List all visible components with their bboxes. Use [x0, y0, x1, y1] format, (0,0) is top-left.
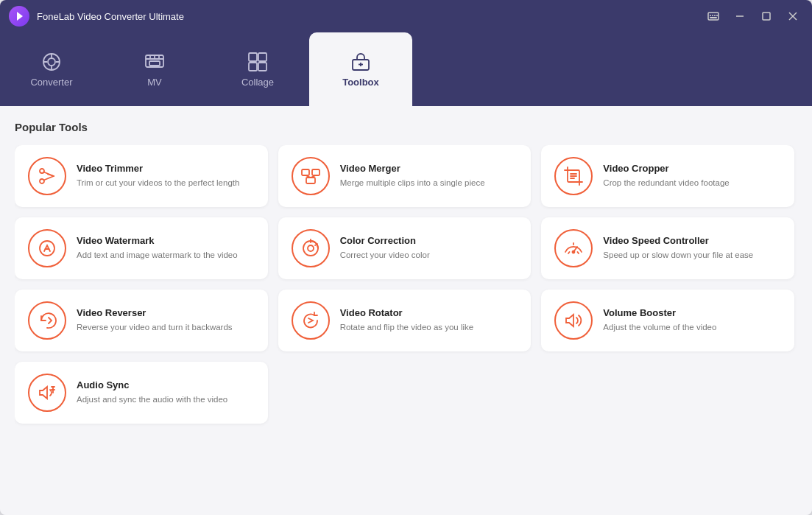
tools-grid: Video Trimmer Trim or cut your videos to… — [15, 145, 794, 424]
tool-info-video-watermark: Video Watermark Add text and image water… — [77, 235, 255, 262]
tab-mv-label: MV — [147, 77, 162, 88]
app-window: FoneLab Video Converter Ultimate — [0, 0, 812, 515]
tool-info-video-reverser: Video Reverser Reverse your video and tu… — [77, 307, 255, 334]
svg-point-51 — [308, 245, 314, 251]
svg-point-12 — [48, 58, 55, 66]
tab-collage-label: Collage — [241, 77, 274, 88]
tool-name-video-watermark: Video Watermark — [77, 235, 255, 246]
tool-info-video-speed-controller: Video Speed Controller Speed up or slow … — [603, 235, 781, 262]
tool-info-video-merger: Video Merger Merge multiple clips into a… — [340, 163, 518, 189]
svg-rect-37 — [306, 178, 315, 183]
tool-info-color-correction: Color Correction Correct your video colo… — [340, 235, 518, 262]
tool-card-video-merger[interactable]: Video Merger Merge multiple clips into a… — [278, 145, 532, 207]
svg-marker-59 — [566, 315, 573, 326]
svg-point-55 — [573, 251, 575, 253]
svg-rect-25 — [249, 63, 257, 71]
tool-desc-audio-sync: Adjust and sync the audio with the video — [77, 393, 255, 406]
video-trimmer-icon — [28, 157, 66, 195]
tool-info-video-trimmer: Video Trimmer Trim or cut your videos to… — [77, 163, 255, 189]
video-rotator-icon — [292, 301, 330, 340]
tool-desc-video-speed-controller: Speed up or slow down your file at ease — [603, 249, 781, 262]
svg-line-56 — [568, 252, 570, 253]
tool-name-video-trimmer: Video Trimmer — [77, 163, 255, 174]
tool-desc-video-merger: Merge multiple clips into a single piece — [340, 177, 518, 189]
tool-desc-video-cropper: Crop the redundant video footage — [603, 177, 781, 189]
tool-card-video-trimmer[interactable]: Video Trimmer Trim or cut your videos to… — [15, 145, 268, 207]
tool-desc-color-correction: Correct your video color — [340, 249, 518, 262]
nav-bar: Converter MV Collage — [0, 32, 812, 106]
tab-toolbox-label: Toolbox — [342, 77, 379, 88]
svg-rect-1 — [708, 13, 719, 20]
svg-rect-35 — [302, 169, 309, 175]
minimize-button[interactable] — [730, 6, 750, 27]
tool-name-video-rotator: Video Rotator — [340, 307, 518, 318]
tool-desc-video-rotator: Rotate and flip the video as you like — [340, 321, 518, 334]
tool-card-video-speed-controller[interactable]: Video Speed Controller Speed up or slow … — [541, 217, 794, 279]
tool-card-color-correction[interactable]: Color Correction Correct your video colo… — [278, 217, 532, 279]
tool-info-volume-booster: Volume Booster Adjust the volume of the … — [603, 307, 781, 334]
tool-desc-volume-booster: Adjust the volume of the video — [603, 321, 781, 334]
tool-info-video-rotator: Video Rotator Rotate and flip the video … — [340, 307, 518, 334]
tab-mv[interactable]: MV — [103, 32, 206, 106]
content-area: Popular Tools Video Trimmer Trim or cut … — [0, 106, 812, 515]
svg-rect-8 — [763, 13, 770, 20]
video-speed-controller-icon — [554, 229, 593, 267]
svg-marker-0 — [17, 12, 23, 21]
tool-name-volume-booster: Volume Booster — [603, 307, 781, 318]
keyboard-icon-btn[interactable] — [703, 6, 724, 27]
color-correction-icon — [292, 229, 330, 267]
tool-name-audio-sync: Audio Sync — [77, 379, 255, 390]
tool-name-video-reverser: Video Reverser — [77, 307, 255, 318]
svg-point-48 — [40, 241, 54, 256]
tool-card-video-cropper[interactable]: Video Cropper Crop the redundant video f… — [541, 145, 794, 207]
volume-booster-icon — [554, 301, 593, 340]
svg-line-33 — [44, 176, 54, 181]
tool-name-video-merger: Video Merger — [340, 163, 518, 174]
audio-sync-icon — [28, 374, 66, 412]
tool-card-video-rotator[interactable]: Video Rotator Rotate and flip the video … — [278, 290, 532, 351]
tab-converter[interactable]: Converter — [0, 32, 103, 106]
tool-card-video-watermark[interactable]: Video Watermark Add text and image water… — [15, 217, 268, 279]
svg-line-57 — [578, 252, 579, 253]
tab-toolbox[interactable]: Toolbox — [309, 32, 412, 106]
svg-line-34 — [48, 175, 54, 177]
tab-collage[interactable]: Collage — [206, 32, 309, 106]
svg-rect-26 — [258, 63, 266, 71]
svg-rect-23 — [249, 53, 257, 61]
tab-converter-label: Converter — [30, 77, 72, 88]
svg-rect-24 — [258, 53, 266, 61]
svg-marker-60 — [40, 387, 47, 399]
title-bar: FoneLab Video Converter Ultimate — [0, 0, 812, 32]
tool-desc-video-trimmer: Trim or cut your videos to the perfect l… — [77, 177, 255, 189]
maximize-button[interactable] — [756, 6, 777, 27]
tool-card-volume-booster[interactable]: Volume Booster Adjust the volume of the … — [541, 290, 794, 351]
app-logo — [9, 6, 29, 27]
tool-info-audio-sync: Audio Sync Adjust and sync the audio wit… — [77, 379, 255, 406]
video-watermark-icon — [28, 229, 66, 267]
close-button[interactable] — [783, 6, 803, 27]
tool-desc-video-reverser: Reverse your video and turn it backwards — [77, 321, 255, 334]
tool-name-video-cropper: Video Cropper — [603, 163, 781, 174]
svg-rect-36 — [312, 169, 319, 175]
tool-card-audio-sync[interactable]: Audio Sync Adjust and sync the audio wit… — [15, 362, 268, 424]
tools-scroll[interactable]: Video Trimmer Trim or cut your videos to… — [15, 145, 797, 508]
tool-info-video-cropper: Video Cropper Crop the redundant video f… — [603, 163, 781, 189]
video-reverser-icon — [28, 301, 66, 340]
tool-card-video-reverser[interactable]: Video Reverser Reverse your video and tu… — [15, 290, 268, 351]
tool-desc-video-watermark: Add text and image watermark to the vide… — [77, 249, 255, 262]
svg-rect-22 — [149, 61, 160, 66]
section-title: Popular Tools — [15, 121, 797, 133]
window-controls — [703, 6, 803, 27]
video-merger-icon — [292, 157, 330, 195]
video-cropper-icon — [554, 157, 593, 195]
tool-name-color-correction: Color Correction — [340, 235, 518, 246]
tool-name-video-speed-controller: Video Speed Controller — [603, 235, 781, 246]
app-title: FoneLab Video Converter Ultimate — [37, 11, 703, 22]
